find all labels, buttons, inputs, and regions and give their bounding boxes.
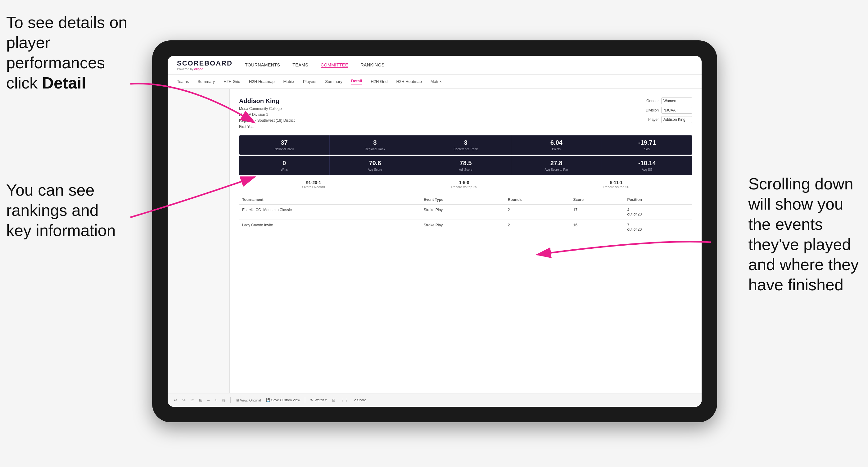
annotation-right: Scrolling downwill show youthe eventsthe… <box>748 174 859 295</box>
player-year: First Year <box>239 124 294 130</box>
player-name: Addison King <box>239 97 294 105</box>
dots-icon[interactable]: ⋮⋮ <box>340 398 348 402</box>
col-score: Score <box>570 195 624 205</box>
adj-score-label: Adj Score <box>423 168 508 172</box>
col-rounds: Rounds <box>505 195 570 205</box>
table-row: Estrella CC- Mountain Classic Stroke Pla… <box>239 204 692 220</box>
record-top50: 5-11-1 Record vs top 50 <box>603 180 629 189</box>
subnav-h2h-grid2[interactable]: H2H Grid <box>371 79 388 84</box>
position-2: 7out of 20 <box>624 220 692 235</box>
subnav-h2h-grid[interactable]: H2H Grid <box>223 79 240 84</box>
points-label: Points <box>514 148 599 151</box>
division-label: Division <box>646 108 659 113</box>
nav-rankings[interactable]: RANKINGS <box>361 62 385 68</box>
grid-icon[interactable]: ⊡ <box>332 398 335 402</box>
logo-area: SCOREBOARD Powered by clippd <box>177 59 232 71</box>
player-filter-row: Player Addison King <box>648 116 692 123</box>
player-select[interactable]: Addison King <box>661 116 692 123</box>
player-filters: Gender Women Men Division NJCAA I NJCAA … <box>646 97 692 130</box>
conference-rank-value: 3 <box>423 139 508 146</box>
records-row: 91-20-1 Overall Record 1-5-0 Record vs t… <box>239 180 692 189</box>
sub-nav: Teams Summary H2H Grid H2H Heatmap Matri… <box>168 74 702 89</box>
subnav-summary2[interactable]: Summary <box>325 79 342 84</box>
top-nav: SCOREBOARD Powered by clippd TOURNAMENTS… <box>168 56 702 74</box>
regional-rank-label: Regional Rank <box>332 148 417 151</box>
position-1: 4out of 20 <box>624 204 692 220</box>
subnav-h2h-heatmap2[interactable]: H2H Heatmap <box>396 79 422 84</box>
adj-score-value: 78.5 <box>423 160 508 167</box>
sos-value: -19.71 <box>604 139 690 146</box>
avg-score-to-par-value: 27.8 <box>514 160 599 167</box>
zoom-out-icon[interactable]: – <box>207 398 210 402</box>
avg-score-to-par-label: Avg Score to Par <box>514 168 599 172</box>
event-type-2: Stroke Play <box>421 220 505 235</box>
regional-rank-value: 3 <box>332 139 417 146</box>
record-overall-label: Overall Record <box>302 185 325 189</box>
tablet-frame: SCOREBOARD Powered by clippd TOURNAMENTS… <box>152 40 717 422</box>
bottom-toolbar: ↩ ↪ ⟳ ⊞ – + ◷ 🖥 View: Original 💾 Save Cu… <box>168 393 702 407</box>
zoom-in-icon[interactable]: ⊞ <box>199 398 203 402</box>
col-tournament: Tournament <box>239 195 421 205</box>
tablet-screen: SCOREBOARD Powered by clippd TOURNAMENTS… <box>168 56 702 407</box>
stat-wins: 0 Wins <box>239 156 330 175</box>
annotation-right-text: Scrolling downwill show youthe eventsthe… <box>748 175 859 294</box>
subnav-summary[interactable]: Summary <box>197 79 215 84</box>
record-overall: 91-20-1 Overall Record <box>302 180 325 189</box>
subnav-teams[interactable]: Teams <box>177 79 189 84</box>
share-button[interactable]: ↗ Share <box>353 398 366 402</box>
undo-icon[interactable]: ↩ <box>174 398 177 402</box>
conference-rank-label: Conference Rank <box>423 148 508 151</box>
watch-button[interactable]: 👁 Watch ▾ <box>310 398 327 402</box>
view-original-button[interactable]: 🖥 View: Original <box>236 398 261 402</box>
national-rank-label: National Rank <box>242 148 327 151</box>
player-region: Region 1 - Southwest (18) District <box>239 118 294 124</box>
stat-avg-score-to-par: 27.8 Avg Score to Par <box>511 156 602 175</box>
division-select[interactable]: NJCAA I NJCAA II <box>661 107 692 114</box>
clock-icon[interactable]: ◷ <box>222 398 225 402</box>
refresh-icon[interactable]: ⟳ <box>191 398 194 402</box>
player-division: NJCAA Division 1 <box>239 112 294 118</box>
record-top25-value: 1-5-0 <box>452 180 477 185</box>
redo-icon[interactable]: ↪ <box>182 398 186 402</box>
gender-select[interactable]: Women Men <box>661 97 692 104</box>
col-event-type: Event Type <box>421 195 505 205</box>
stat-sos: -19.71 SoS <box>602 135 692 155</box>
logo-powered: Powered by clippd <box>177 67 232 71</box>
gender-label: Gender <box>646 99 659 103</box>
avg-sg-label: Avg SG <box>604 168 690 172</box>
plus-icon[interactable]: + <box>215 398 217 402</box>
save-custom-view-button[interactable]: 💾 Save Custom View <box>266 398 300 402</box>
col-position: Position <box>624 195 692 205</box>
player-info: Addison King Mesa Community College NJCA… <box>239 97 294 130</box>
stat-adj-score: 78.5 Adj Score <box>420 156 511 175</box>
nav-committee[interactable]: COMMITTEE <box>321 62 348 68</box>
subnav-matrix2[interactable]: Matrix <box>431 79 441 84</box>
record-top25: 1-5-0 Record vs top 25 <box>452 180 477 189</box>
stat-points: 6.04 Points <box>511 135 602 155</box>
toolbar-divider-2 <box>305 397 305 403</box>
subnav-matrix[interactable]: Matrix <box>283 79 294 84</box>
avg-score-label: Avg Score <box>332 168 417 172</box>
annotation-bottom-left: You can seerankings andkey information <box>6 180 116 241</box>
avg-score-value: 79.6 <box>332 160 417 167</box>
record-top50-value: 5-11-1 <box>603 180 629 185</box>
nav-tournaments[interactable]: TOURNAMENTS <box>245 62 280 68</box>
stat-national-rank: 37 National Rank <box>239 135 330 155</box>
nav-items: TOURNAMENTS TEAMS COMMITTEE RANKINGS <box>245 62 385 68</box>
wins-label: Wins <box>242 168 327 172</box>
player-school: Mesa Community College <box>239 106 294 112</box>
player-header: Addison King Mesa Community College NJCA… <box>239 97 692 130</box>
record-overall-value: 91-20-1 <box>302 180 325 185</box>
subnav-players[interactable]: Players <box>303 79 316 84</box>
content-area: Addison King Mesa Community College NJCA… <box>230 89 702 393</box>
event-type-1: Stroke Play <box>421 204 505 220</box>
annotation-detail-bold: Detail <box>42 74 86 92</box>
nav-teams[interactable]: TEAMS <box>292 62 308 68</box>
stat-conference-rank: 3 Conference Rank <box>420 135 511 155</box>
subnav-h2h-heatmap[interactable]: H2H Heatmap <box>249 79 274 84</box>
gender-filter-row: Gender Women Men <box>646 97 692 104</box>
stats-row-1: 37 National Rank 3 Regional Rank 3 Confe… <box>239 135 692 155</box>
subnav-detail[interactable]: Detail <box>351 79 362 85</box>
tournament-name-2: Lady Coyote Invite <box>239 220 421 235</box>
sos-label: SoS <box>604 148 690 151</box>
